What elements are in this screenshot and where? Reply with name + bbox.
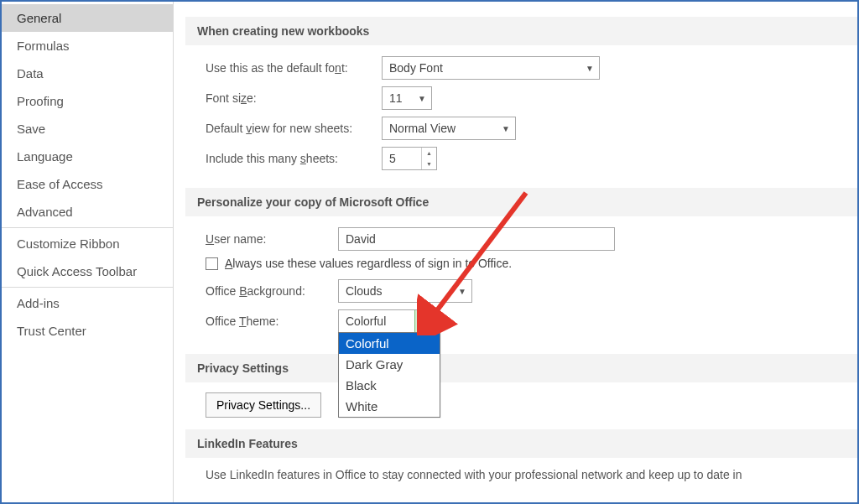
- options-dialog: General Formulas Data Proofing Save Lang…: [0, 0, 859, 504]
- font-size-value: 11: [389, 91, 411, 105]
- default-font-combo[interactable]: Body Font ▼: [382, 56, 600, 80]
- chevron-down-icon: ▼: [502, 124, 510, 133]
- office-background-label: Office Background:: [206, 284, 338, 298]
- sidebar-item-formulas[interactable]: Formulas: [2, 32, 173, 60]
- font-size-combo[interactable]: 11 ▼: [382, 86, 432, 110]
- linkedin-description: Use LinkedIn features in Office to stay …: [187, 468, 857, 481]
- username-input[interactable]: David: [338, 227, 615, 251]
- sidebar-item-add-ins[interactable]: Add-ins: [2, 289, 173, 317]
- office-theme-dropdown-list[interactable]: Colorful Dark Gray Black White: [338, 332, 440, 418]
- sheets-count-label: Include this many sheets:: [206, 152, 382, 165]
- options-category-sidebar: General Formulas Data Proofing Save Lang…: [2, 2, 174, 502]
- combo-dropdown-button[interactable]: ▼: [414, 310, 431, 332]
- chevron-down-icon: ▼: [418, 94, 426, 103]
- chevron-down-icon: ▼: [586, 64, 594, 73]
- theme-option-colorful[interactable]: Colorful: [339, 333, 440, 354]
- username-label: User name:: [206, 232, 338, 246]
- section-body-new-workbooks: Use this as the default font: Body Font …: [187, 55, 857, 188]
- chevron-down-icon[interactable]: ▼: [422, 158, 436, 169]
- office-theme-label: Office Theme:: [206, 314, 338, 328]
- sidebar-divider: [2, 287, 173, 288]
- sheets-count-spinner[interactable]: 5 ▲ ▼: [382, 147, 437, 170]
- theme-option-white[interactable]: White: [339, 396, 440, 417]
- default-view-value: Normal View: [389, 122, 495, 135]
- office-theme-value: Colorful: [346, 314, 409, 328]
- always-use-values-label: Always use these values regardless of si…: [225, 257, 512, 270]
- office-background-value: Clouds: [346, 284, 451, 298]
- theme-option-black[interactable]: Black: [339, 375, 440, 396]
- section-heading-privacy: Privacy Settings: [185, 354, 857, 382]
- section-heading-personalize: Personalize your copy of Microsoft Offic…: [185, 188, 857, 216]
- chevron-up-icon[interactable]: ▲: [422, 148, 436, 158]
- default-view-label: Default view for new sheets:: [206, 122, 382, 135]
- chevron-down-icon: ▼: [423, 317, 431, 326]
- section-heading-linkedin: LinkedIn Features: [185, 429, 857, 458]
- sidebar-item-save[interactable]: Save: [2, 115, 173, 143]
- options-content-pane: When creating new workbooks Use this as …: [174, 2, 857, 502]
- sidebar-item-proofing[interactable]: Proofing: [2, 87, 173, 115]
- theme-option-dark-gray[interactable]: Dark Gray: [339, 354, 440, 375]
- sidebar-divider: [2, 227, 173, 228]
- always-use-values-checkbox[interactable]: [206, 257, 218, 270]
- username-value: David: [346, 232, 376, 246]
- sidebar-item-trust-center[interactable]: Trust Center: [2, 317, 173, 345]
- sidebar-item-data[interactable]: Data: [2, 60, 173, 87]
- sidebar-item-general[interactable]: General: [2, 4, 173, 32]
- sidebar-item-advanced[interactable]: Advanced: [2, 198, 173, 226]
- spinner-arrows[interactable]: ▲ ▼: [421, 148, 436, 169]
- default-view-combo[interactable]: Normal View ▼: [382, 117, 516, 140]
- section-heading-new-workbooks: When creating new workbooks: [185, 17, 857, 45]
- sheets-count-value: 5: [383, 152, 421, 165]
- sidebar-item-quick-access-toolbar[interactable]: Quick Access Toolbar: [2, 257, 173, 285]
- default-font-label: Use this as the default font:: [206, 61, 382, 75]
- default-font-value: Body Font: [389, 61, 579, 75]
- sidebar-item-ease-of-access[interactable]: Ease of Access: [2, 170, 173, 198]
- section-body-personalize: User name: David Always use these values…: [187, 226, 857, 351]
- chevron-down-icon: ▼: [458, 287, 466, 296]
- privacy-settings-button[interactable]: Privacy Settings...: [206, 392, 321, 418]
- office-background-combo[interactable]: Clouds ▼: [338, 279, 472, 303]
- sidebar-item-language[interactable]: Language: [2, 143, 173, 170]
- office-theme-combo[interactable]: Colorful ▼: [338, 309, 432, 333]
- section-body-privacy: Privacy Settings...: [187, 392, 857, 429]
- sidebar-item-customize-ribbon[interactable]: Customize Ribbon: [2, 230, 173, 257]
- font-size-label: Font size:: [206, 91, 382, 105]
